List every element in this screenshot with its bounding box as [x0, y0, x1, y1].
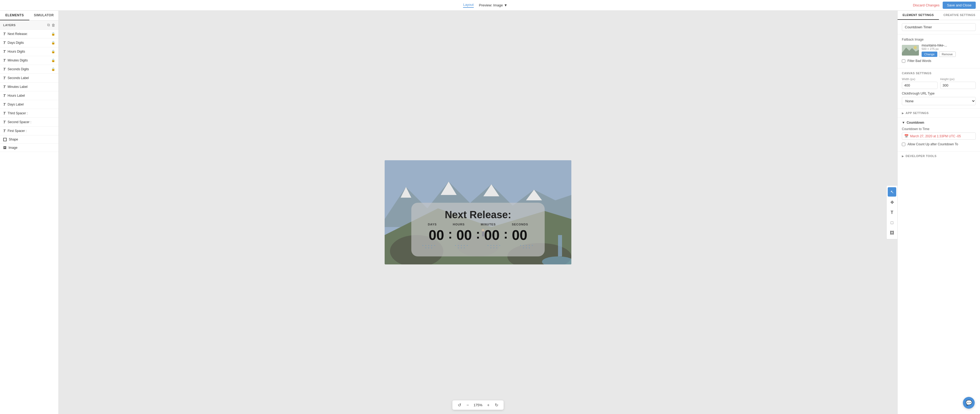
list-item[interactable]: 🖼 Image: [0, 144, 59, 152]
colon-2: :: [475, 227, 481, 241]
svg-rect-12: [558, 235, 562, 256]
text-layer-icon: T: [3, 32, 6, 36]
topbar-center: Layout Preview: Image ▼: [463, 3, 508, 8]
layer-name: Second Spacer :: [8, 120, 55, 124]
list-item[interactable]: T Second Spacer :: [0, 118, 59, 126]
canvas-settings-section: Canvas Settings Width (px) Height (px) C…: [897, 69, 980, 109]
text-layer-icon: T: [3, 102, 6, 107]
fallback-image-row: mountains-hike-... 500 × 275 px Change R…: [902, 43, 976, 57]
layer-name: Hours Digits: [8, 50, 49, 53]
layer-name: Image: [8, 146, 55, 150]
text-tool-button[interactable]: T: [888, 208, 896, 217]
tab-elements[interactable]: Elements: [0, 11, 29, 20]
right-panel-tabs: Element Settings Creative Settings: [897, 11, 980, 20]
tab-creative-settings[interactable]: Creative Settings: [939, 11, 980, 20]
label-hours: HOURS: [453, 223, 465, 226]
zoom-out-button[interactable]: −: [465, 402, 471, 408]
list-item[interactable]: T Days Label: [0, 100, 59, 109]
list-item[interactable]: T Seconds Label: [0, 74, 59, 83]
text-layer-icon: T: [3, 58, 6, 62]
countdown-section-title: ▼ Countdown: [902, 121, 976, 125]
colon-1: :: [447, 227, 453, 241]
list-item[interactable]: T Next Release: 🔒: [0, 30, 59, 38]
width-input[interactable]: [902, 82, 938, 89]
layer-lock-icon: 🔒: [51, 67, 55, 71]
chat-icon: 💬: [966, 400, 972, 406]
text-layer-icon: T: [3, 120, 6, 124]
text-layer-icon: T: [3, 76, 6, 80]
list-item[interactable]: T Days Digits 🔒: [0, 38, 59, 47]
seconds-digit: 00: [509, 227, 530, 243]
width-field: Width (px): [902, 77, 938, 89]
remove-image-button[interactable]: Remove: [939, 51, 956, 57]
image-layer-icon: 🖼: [3, 146, 6, 150]
text-layer-icon: T: [3, 93, 6, 98]
topbar-right: Discard Changes Save and Close: [913, 2, 976, 9]
filter-bad-words-checkbox[interactable]: [902, 59, 905, 63]
list-item[interactable]: T Minutes Digits 🔒: [0, 56, 59, 65]
layer-name: Hours Label: [8, 94, 55, 98]
app-settings-header[interactable]: ▶ App Settings: [897, 109, 980, 118]
nav-preview[interactable]: Preview: Image ▼: [479, 3, 508, 7]
fallback-thumbnail: [902, 45, 919, 56]
label-days: DAYS: [428, 223, 437, 226]
copy-layer-button[interactable]: ⧉: [47, 23, 50, 27]
allow-count-up-checkbox[interactable]: [902, 142, 905, 146]
cursor-tool-button[interactable]: ↖: [888, 187, 896, 197]
change-image-button[interactable]: Change: [921, 51, 937, 57]
text-layer-icon: T: [3, 85, 6, 89]
zoom-in-button[interactable]: +: [485, 402, 491, 408]
layers-header: Layers ⧉ 🗑: [0, 21, 59, 30]
countdown-app-section: ▼ Countdown Countdown to Time 📅 March 27…: [897, 118, 980, 152]
reset-zoom-button[interactable]: ↺: [456, 402, 463, 408]
list-item[interactable]: Shape: [0, 136, 59, 144]
list-item[interactable]: T Hours Digits 🔒: [0, 47, 59, 56]
svg-point-16: [913, 46, 917, 49]
countdown-widget-title: Next Release:: [422, 209, 534, 221]
shape-tool-button[interactable]: □: [888, 218, 896, 227]
nav-layout[interactable]: Layout: [463, 3, 474, 8]
left-tabs: Elements Simulator: [0, 11, 59, 21]
days-digit: 00: [426, 227, 447, 243]
tab-simulator[interactable]: Simulator: [29, 11, 59, 20]
left-panel: Elements Simulator Layers ⧉ 🗑 T Next Rel…: [0, 11, 59, 414]
layer-name: Minutes Label: [8, 85, 55, 89]
layer-lock-icon: 🔒: [51, 41, 55, 45]
image-tool-button[interactable]: 🖼: [888, 229, 896, 237]
list-item[interactable]: T Hours Label: [0, 91, 59, 100]
height-input[interactable]: [940, 82, 976, 89]
dots-2: • • • • • • • •: [455, 244, 469, 249]
clickthrough-label: Clickthrough URL Type: [902, 92, 976, 95]
move-tool-button[interactable]: ✥: [888, 198, 896, 207]
save-button[interactable]: Save and Close: [943, 2, 976, 9]
developer-tools-header[interactable]: ▶ Developer Tools: [897, 152, 980, 160]
canvas-settings-title: Canvas Settings: [902, 72, 976, 75]
element-name-section: [897, 20, 980, 34]
text-layer-icon: T: [3, 50, 6, 54]
countdown-date-value: March 27, 2020 at 1:33PM UTC -05: [910, 134, 961, 138]
shape-layer-icon: [3, 138, 7, 141]
fallback-info: mountains-hike-... 500 × 275 px Change R…: [921, 43, 956, 57]
delete-layer-button[interactable]: 🗑: [51, 23, 55, 27]
chat-bubble[interactable]: 💬: [963, 397, 975, 409]
list-item[interactable]: T First Spacer :: [0, 126, 59, 136]
rotate-button[interactable]: ↻: [493, 402, 500, 408]
filter-bad-words-label: Filter Bad Words: [907, 59, 931, 63]
list-item[interactable]: T Seconds Digits 🔒: [0, 65, 59, 74]
allow-count-up-label: Allow Count Up after Countdown To: [907, 142, 958, 146]
clickthrough-select[interactable]: None Custom URL Slide URL: [902, 97, 976, 105]
element-name-input[interactable]: [902, 23, 976, 31]
list-item[interactable]: T Minutes Label: [0, 83, 59, 91]
layer-name: Shape: [9, 137, 55, 141]
canvas-area: ↖ ✥ T □ 🖼: [59, 11, 897, 414]
minutes-digit: 00: [481, 227, 503, 243]
layer-name: Days Digits: [8, 41, 49, 45]
tab-element-settings[interactable]: Element Settings: [897, 11, 939, 20]
layer-name: First Spacer :: [8, 129, 55, 133]
width-label: Width (px): [902, 77, 938, 81]
countdown-to-label: Countdown to Time: [902, 127, 976, 131]
countdown-date-input[interactable]: 📅 March 27, 2020 at 1:33PM UTC -05: [902, 133, 976, 140]
label-seconds: SECONDS: [512, 223, 528, 226]
list-item[interactable]: T Third Spacer :: [0, 109, 59, 118]
discard-button[interactable]: Discard Changes: [913, 3, 939, 7]
